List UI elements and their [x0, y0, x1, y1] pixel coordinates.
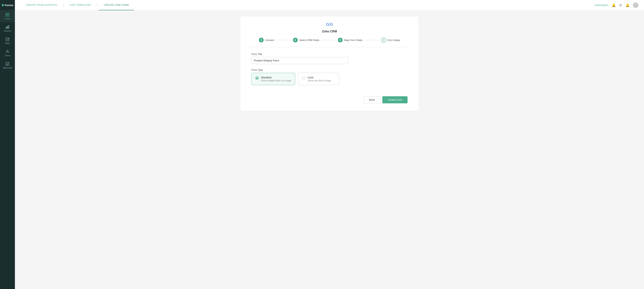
radio-card [302, 76, 306, 80]
announce-icon[interactable]: 🔔 [612, 3, 616, 7]
step-3-label: Map Form Fields [344, 39, 362, 41]
sidebar-item-tasks[interactable]: Tasks [0, 35, 15, 47]
step-connector-3 [364, 40, 379, 40]
svg-rect-7 [6, 38, 9, 41]
sidebar: ■ Forms Forms Reports Tasks Users [0, 0, 15, 289]
form-type-card-name: Card [308, 76, 331, 79]
main-area: CREATE FROM SCRATCH | USE TEMPLATES | CR… [15, 0, 644, 289]
tab-use-templates[interactable]: USE TEMPLATES [65, 0, 96, 10]
step-3-circle: 3 [338, 38, 343, 42]
form-type-card[interactable]: Card Show one field on page [298, 73, 339, 85]
form-type-label: Form Type [252, 68, 408, 71]
topnav-tabs: CREATE FROM SCRATCH | USE TEMPLATES | CR… [20, 0, 134, 10]
step-2-circle: 2 [293, 38, 298, 42]
crm-title: Zoho CRM [322, 30, 337, 33]
create-form-button[interactable]: Create Form [382, 96, 408, 103]
form-section: Form Title Form Type Standard Show multi… [248, 53, 411, 85]
form-type-options: Standard Show multiple fields on a page … [252, 73, 408, 85]
tab-divider-2: | [96, 3, 98, 7]
tab-create-crm-form[interactable]: CREATE CRM FORM [98, 0, 134, 10]
sidebar-item-approvals-label: Approvals [3, 67, 12, 69]
step-4-label: Form Setup [388, 39, 400, 41]
step-1-circle: 1 [259, 38, 264, 42]
sidebar-item-users-label: Users [5, 54, 10, 57]
reports-icon [6, 25, 10, 29]
svg-point-8 [7, 50, 8, 52]
svg-rect-6 [8, 25, 9, 29]
svg-rect-4 [6, 27, 7, 28]
sidebar-item-reports[interactable]: Reports [0, 22, 15, 35]
forms-icon [6, 13, 10, 17]
crm-header: Zoho CRM [248, 22, 411, 33]
approvals-icon [6, 62, 10, 66]
form-type-standard-desc: Show multiple fields on a page [261, 79, 291, 82]
step-connector-2 [321, 40, 336, 40]
radio-standard-fill [256, 77, 258, 79]
form-title-input[interactable] [252, 57, 348, 64]
form-type-card-desc: Show one field on page [308, 79, 331, 82]
form-type-group: Form Type Standard Show multiple fields … [252, 68, 408, 85]
sidebar-item-tasks-label: Tasks [5, 42, 10, 44]
tools-icon[interactable]: ⚙ [619, 3, 622, 7]
step-3: 3 Map Form Fields [338, 38, 362, 42]
back-button[interactable]: Back [364, 96, 380, 103]
sidebar-item-forms-label: Forms [4, 17, 10, 20]
app-logo: ■ Forms [0, 0, 15, 10]
tasks-icon [6, 37, 10, 41]
topnav: CREATE FROM SCRATCH | USE TEMPLATES | CR… [15, 0, 644, 10]
footer-buttons: Back Create Form [248, 96, 411, 103]
app-logo-text: Forms [5, 3, 14, 7]
user-avatar[interactable] [633, 2, 638, 8]
step-2-label: Select CRM Fields [299, 39, 320, 41]
tab-divider-1: | [62, 3, 65, 7]
step-4-circle: 4 [381, 38, 386, 42]
wizard-container: Zoho CRM 1 Connect 2 Select CRM Fields 3… [240, 16, 419, 111]
crm-link-icon [326, 22, 333, 28]
svg-rect-5 [7, 26, 8, 28]
users-icon [6, 49, 10, 54]
sidebar-item-forms[interactable]: Forms [0, 10, 15, 22]
step-1: 1 Connect [259, 38, 274, 42]
form-type-card-text: Card Show one field on page [308, 76, 331, 82]
radio-standard [255, 76, 259, 80]
form-type-standard[interactable]: Standard Show multiple fields on a page [252, 73, 295, 85]
steps-row: 1 Connect 2 Select CRM Fields 3 Map Form… [248, 38, 411, 47]
step-4: 4 Form Setup [381, 38, 400, 42]
tab-create-scratch[interactable]: CREATE FROM SCRATCH [20, 0, 62, 10]
bell-icon[interactable]: 🔔 [625, 3, 630, 7]
subscription-link[interactable]: Subscription [595, 4, 608, 6]
sidebar-item-reports-label: Reports [4, 30, 11, 32]
topnav-actions: Subscription 🔔 ⚙ 🔔 [595, 2, 638, 8]
form-title-group: Form Title [252, 53, 408, 64]
app-logo-icon: ■ [2, 2, 4, 7]
sidebar-item-approvals[interactable]: Approvals [0, 59, 15, 71]
step-connector-1 [276, 40, 291, 40]
form-type-standard-name: Standard [261, 76, 291, 79]
form-title-label: Form Title [252, 53, 408, 55]
page-content: Zoho CRM 1 Connect 2 Select CRM Fields 3… [15, 10, 644, 289]
svg-rect-9 [6, 62, 9, 65]
sidebar-item-users[interactable]: Users [0, 47, 15, 59]
step-2: 2 Select CRM Fields [293, 38, 320, 42]
step-1-label: Connect [265, 39, 274, 41]
form-type-standard-text: Standard Show multiple fields on a page [261, 76, 291, 82]
